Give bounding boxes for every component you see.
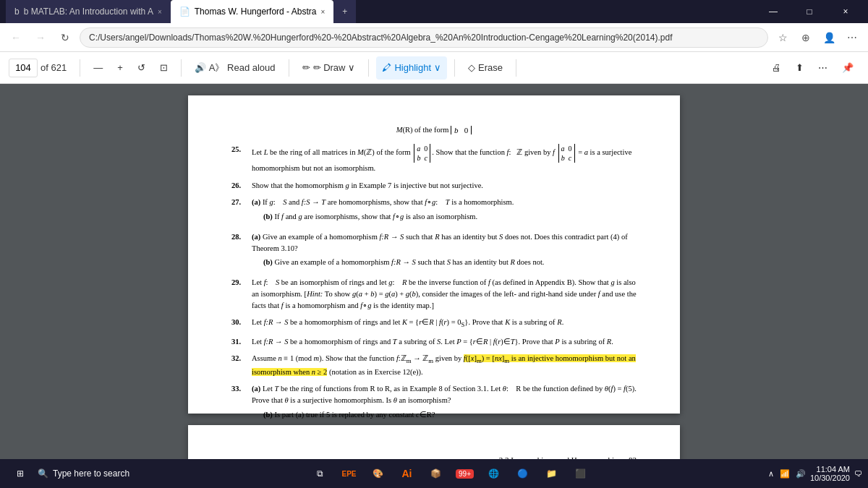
- taskbar-search[interactable]: 🔍 Type here to search: [38, 468, 129, 479]
- tab-new[interactable]: +: [333, 0, 356, 23]
- app-archive[interactable]: 📦: [423, 461, 449, 487]
- profile-icon[interactable]: 👤: [819, 27, 839, 48]
- system-tray: ∧ 📶 🔊: [768, 469, 806, 479]
- problem-33: 33. (a) Let T be the ring of functions f…: [231, 383, 637, 423]
- favorites-icon[interactable]: ☆: [773, 27, 793, 48]
- zoom-out-button[interactable]: —: [88, 56, 109, 80]
- sep1: [80, 59, 80, 77]
- fit-page-button[interactable]: ⊡: [154, 56, 174, 80]
- start-icon: ⊞: [17, 468, 24, 479]
- start-button[interactable]: ⊞: [6, 459, 35, 488]
- address-actions: ☆ ⊕ 👤 ⋯: [773, 27, 862, 48]
- terminal-icon: ⬛: [575, 468, 586, 479]
- page-number-input[interactable]: [9, 59, 38, 77]
- problem-33b: (b) Is part (a) true if 5 is replaced by…: [263, 409, 637, 421]
- read-aloud-label: A》 Read aloud: [209, 61, 276, 74]
- problem-27: 27. (a) If g: S and f:S → T are homomorp…: [231, 197, 637, 226]
- time-display: 11:04 AM: [810, 465, 850, 474]
- archive-icon: 📦: [430, 468, 441, 479]
- print-icon: 🖨: [772, 62, 781, 73]
- pdf-viewer[interactable]: M(R) of the form b 0 25. Let L be the ri…: [0, 84, 868, 459]
- app-badge[interactable]: 99+: [452, 461, 478, 487]
- zoom-in-button[interactable]: +: [111, 56, 129, 80]
- wifi-icon[interactable]: 📶: [780, 469, 790, 479]
- volume-icon[interactable]: 🔊: [796, 469, 806, 479]
- problem-28b: (b) Give an example of a homomorphism f:…: [263, 257, 637, 268]
- date-display: 10/30/2020: [810, 474, 850, 482]
- chevron-up-icon[interactable]: ∧: [768, 469, 774, 479]
- share-icon: ⬆: [796, 62, 804, 73]
- taskbar: ⊞ 🔍 Type here to search ⧉ EPE 🎨 Ai 📦 99+…: [0, 459, 868, 488]
- app-epe[interactable]: EPE: [336, 461, 362, 487]
- collections-icon[interactable]: ⊕: [796, 27, 816, 48]
- page-section-header: 3.3 Isomorphisms and Homomorphisms 83: [231, 454, 637, 459]
- plus-icon: +: [117, 62, 123, 73]
- paint-icon: 🎨: [373, 468, 383, 479]
- taskview-icon: ⧉: [317, 468, 323, 479]
- app-terminal[interactable]: ⬛: [568, 461, 594, 487]
- tab-hungerford[interactable]: 📄 Thomas W. Hungerford - Abstra ×: [171, 0, 334, 23]
- app-folder[interactable]: 📁: [539, 461, 565, 487]
- highlight-icon: 🖍: [382, 62, 391, 73]
- draw-label: ✏ Draw: [313, 62, 346, 73]
- back-button[interactable]: ←: [6, 27, 26, 48]
- search-icon: 🔍: [38, 468, 48, 479]
- tab-hungerford-label: Thomas W. Hungerford - Abstra: [195, 7, 317, 17]
- share-button[interactable]: ⬆: [790, 56, 809, 80]
- draw-button[interactable]: ✏ ✏ Draw ∨: [297, 56, 362, 80]
- page-top-header: M(R) of the form b 0: [231, 124, 637, 137]
- forward-button[interactable]: →: [30, 27, 51, 48]
- minus-icon: —: [93, 62, 103, 73]
- sep2: [181, 59, 182, 77]
- page-total: of 621: [41, 62, 67, 73]
- refresh-button[interactable]: ↻: [55, 27, 75, 48]
- problem-26: 26. Show that the homomorphism g in Exam…: [231, 180, 637, 192]
- app-paint[interactable]: 🎨: [365, 461, 391, 487]
- maximize-button[interactable]: □: [793, 0, 826, 23]
- sep3: [289, 59, 289, 77]
- sep5: [454, 59, 455, 77]
- rotate-button[interactable]: ↺: [132, 56, 151, 80]
- taskbar-right: ∧ 📶 🔊 11:04 AM 10/30/2020 🗨: [768, 465, 862, 482]
- new-tab-icon: +: [342, 7, 347, 17]
- problem-29: 29. Let f: S be an isomorphism of rings …: [231, 277, 637, 311]
- tab-bar: b b MATLAB: An Introduction with A × 📄 T…: [6, 0, 751, 23]
- tab-matlab-icon: b: [14, 7, 20, 17]
- extensions-menu-icon[interactable]: ⋯: [842, 27, 862, 48]
- search-label: Type here to search: [53, 468, 129, 479]
- more-tools-button[interactable]: ⋯: [812, 56, 833, 80]
- close-button[interactable]: ×: [829, 0, 862, 23]
- content-area: M(R) of the form b 0 25. Let L be the ri…: [0, 84, 868, 459]
- epe-label: EPE: [341, 470, 356, 478]
- taskview-button[interactable]: ⧉: [307, 461, 333, 487]
- erase-button[interactable]: ◇ Erase: [462, 56, 509, 80]
- pdf-page-bottom: 3.3 Isomorphisms and Homomorphisms 83 (b…: [188, 425, 680, 459]
- print-button[interactable]: 🖨: [766, 56, 787, 80]
- highlight-chevron-icon: ∨: [434, 62, 441, 73]
- notification-icon[interactable]: 🗨: [854, 469, 862, 478]
- app-ai[interactable]: Ai: [394, 461, 420, 487]
- minimize-button[interactable]: —: [757, 0, 790, 23]
- tab-hungerford-close[interactable]: ×: [320, 8, 325, 16]
- window-controls: — □ ×: [757, 0, 862, 23]
- problem-32: 32. Assume n ≡ 1 (mod m). Show that the …: [231, 353, 637, 377]
- pdf-toolbar: of 621 — + ↺ ⊡ 🔊 A》 Read aloud ✏ ✏ Draw …: [0, 52, 868, 84]
- taskbar-apps: ⧉ EPE 🎨 Ai 📦 99+ 🌐 🔵 📁 ⬛: [135, 461, 765, 487]
- badge-label: 99+: [456, 469, 474, 479]
- pin-button[interactable]: 📌: [836, 56, 859, 80]
- clock[interactable]: 11:04 AM 10/30/2020: [810, 465, 850, 482]
- pin-icon: 📌: [842, 62, 854, 73]
- app-browser[interactable]: 🌐: [481, 461, 507, 487]
- problem-31: 31. Let f:R → S be a homomorphism of rin…: [231, 336, 637, 348]
- highlight-button[interactable]: 🖍 Highlight ∨: [376, 56, 447, 80]
- read-aloud-button[interactable]: 🔊 A》 Read aloud: [189, 56, 281, 80]
- app-circle[interactable]: 🔵: [510, 461, 536, 487]
- problem-25: 25. Let L be the ring of all matrices in…: [231, 144, 637, 174]
- pdf-page-top: M(R) of the form b 0 25. Let L be the ri…: [188, 95, 680, 414]
- circle-icon: 🔵: [517, 468, 528, 479]
- url-bar[interactable]: [80, 27, 768, 48]
- section-title: 3.3 Isomorphisms and Homomorphisms 83: [499, 454, 637, 459]
- tab-matlab-close[interactable]: ×: [158, 8, 162, 16]
- highlight-label: Highlight: [394, 62, 431, 73]
- tab-matlab[interactable]: b b MATLAB: An Introduction with A ×: [6, 0, 171, 23]
